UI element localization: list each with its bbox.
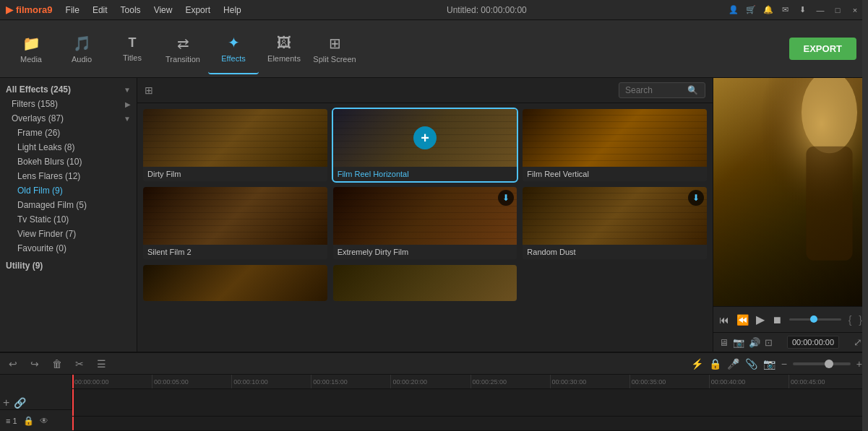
fullscreen-icon[interactable]: ⤢: [854, 336, 862, 348]
tool-media[interactable]: 📁 Media: [6, 24, 56, 74]
sidebar-item-old-film[interactable]: Old Film (9): [0, 183, 137, 198]
cut-button[interactable]: ✂: [72, 357, 87, 371]
menu-edit[interactable]: Edit: [87, 4, 113, 17]
timeline-ruler[interactable]: 00:00:00:00 00:00:05:00 00:00:10:00 00:0…: [72, 375, 868, 389]
progress-handle[interactable]: [810, 315, 817, 323]
cart-icon[interactable]: 🛒: [744, 3, 758, 17]
snapshot-icon[interactable]: 📷: [763, 358, 775, 370]
lock-icon[interactable]: 🔒: [709, 358, 721, 370]
sidebar-item-damaged-film[interactable]: Damaged Film (5): [0, 198, 137, 212]
tool-audio[interactable]: 🎵 Audio: [56, 24, 107, 74]
tool-audio-label: Audio: [72, 55, 92, 64]
effect-film-reel-vertical[interactable]: Film Reel Vertical: [523, 109, 707, 181]
effect-film-reel-horizontal[interactable]: + Film Reel Horizontal: [333, 109, 517, 181]
notification-icon[interactable]: 🔔: [761, 3, 775, 17]
link-tracks-button[interactable]: 🔗: [14, 397, 26, 409]
tool-transition[interactable]: ⇄ Transition: [158, 24, 208, 74]
skip-back-button[interactable]: ⏮: [716, 313, 732, 327]
window-controls[interactable]: 👤 🛒 🔔 ✉ ⬇ — □ ×: [726, 3, 862, 17]
zoom-in-icon[interactable]: +: [856, 358, 862, 370]
redo-button[interactable]: ↪: [27, 357, 42, 371]
titlebar-left: ▶ filmora9 File Edit Tools View Export H…: [6, 4, 247, 17]
play-button[interactable]: ▶: [753, 311, 768, 328]
tool-effects[interactable]: ✦ Effects: [208, 24, 259, 74]
track-lane-2[interactable]: [72, 417, 868, 431]
camera-icon[interactable]: 📷: [733, 337, 744, 348]
properties-button[interactable]: ☰: [94, 357, 109, 371]
effect-thumb: [523, 109, 707, 167]
zoom-slider[interactable]: [793, 362, 851, 365]
sidebar-item-favourite[interactable]: Favourite (0): [0, 241, 137, 256]
sidebar-item-view-finder[interactable]: View Finder (7): [0, 227, 137, 241]
sidebar-item-frame[interactable]: Frame (26): [0, 126, 137, 140]
menu-file[interactable]: File: [60, 4, 85, 17]
clip-icon[interactable]: 📎: [745, 358, 757, 370]
fit-icon[interactable]: ⊡: [765, 337, 773, 348]
timeline-scrollbar[interactable]: [862, 0, 868, 431]
tool-splitscreen[interactable]: ⊞ Split Screen: [309, 24, 360, 74]
ruler-mark: 00:00:00:00: [72, 375, 109, 388]
preview-controls: ⏮ ⏪ ▶ ⏹ { }: [713, 306, 868, 332]
add-track-button[interactable]: +: [3, 396, 9, 409]
track-lock-icon[interactable]: 🔒: [23, 416, 34, 426]
media-icon: 📁: [22, 35, 40, 52]
menu-help[interactable]: Help: [218, 4, 247, 17]
delete-button[interactable]: 🗑: [49, 357, 65, 371]
effect-extra1[interactable]: [143, 265, 327, 301]
sidebar-item-light-leaks[interactable]: Light Leaks (8): [0, 140, 137, 154]
timeline-content: + 🔗 00:00:00:00 00:00:05:00 00:00:10:00 …: [0, 375, 868, 431]
sidebar-item-tv-static[interactable]: Tv Static (10): [0, 212, 137, 227]
download-badge: ⬇: [688, 190, 704, 206]
search-input[interactable]: [625, 85, 683, 95]
effect-extremely-dirty-film[interactable]: ⬇ Extremely Dirty Film: [333, 187, 517, 259]
effect-extra2[interactable]: [333, 265, 517, 301]
sidebar-item-utility[interactable]: Utility (9): [0, 258, 137, 273]
effect-thumb: [143, 109, 327, 167]
effect-random-dust[interactable]: ⬇ Random Dust: [523, 187, 707, 259]
step-back-button[interactable]: ⏪: [734, 313, 752, 327]
film-overlay: [143, 109, 327, 167]
tool-elements[interactable]: 🖼 Elements: [259, 24, 309, 74]
svg-rect-2: [806, 147, 852, 261]
speed-icon[interactable]: ⚡: [691, 358, 703, 370]
monitor-icon[interactable]: 🖥: [719, 337, 729, 348]
sidebar-item-bokeh-blurs[interactable]: Bokeh Blurs (10): [0, 154, 137, 169]
tool-titles[interactable]: T Titles: [107, 24, 158, 74]
menu-tools[interactable]: Tools: [115, 4, 147, 17]
menu-view[interactable]: View: [148, 4, 179, 17]
download-icon[interactable]: ⬇: [796, 3, 810, 17]
playhead[interactable]: [72, 375, 74, 388]
effect-thumb: [143, 187, 327, 245]
track-info-bar: ≡ 1 🔒 👁: [0, 409, 72, 431]
timeline-right-controls: ⚡ 🔒 🎤 📎 📷 − +: [691, 358, 862, 370]
volume-icon[interactable]: 🔊: [749, 337, 760, 348]
playback-progress[interactable]: [789, 318, 841, 321]
search-box[interactable]: 🔍: [619, 82, 705, 98]
chevron-down-icon: ▼: [124, 86, 131, 94]
film-overlay: [333, 187, 517, 245]
mic-icon[interactable]: 🎤: [727, 358, 739, 370]
track-lane-1[interactable]: [72, 389, 868, 417]
effect-dirty-film[interactable]: Dirty Film: [143, 109, 327, 181]
menu-bar[interactable]: File Edit Tools View Export Help: [60, 4, 247, 17]
stop-button[interactable]: ⏹: [769, 313, 785, 327]
grid-view-icon[interactable]: ⊞: [145, 84, 153, 96]
zoom-out-icon[interactable]: −: [781, 358, 787, 370]
film-overlay: [523, 109, 707, 167]
menu-export[interactable]: Export: [179, 4, 216, 17]
effect-silent-film-2[interactable]: Silent Film 2: [143, 187, 327, 259]
maximize-button[interactable]: □: [830, 3, 845, 17]
sidebar-item-filters[interactable]: Filters (158) ▶: [0, 97, 137, 111]
user-icon[interactable]: 👤: [726, 3, 741, 17]
close-button[interactable]: ×: [848, 3, 862, 17]
preview-left-icons[interactable]: 🖥 📷 🔊 ⊡: [719, 337, 773, 348]
sidebar-item-overlays[interactable]: Overlays (87) ▼: [0, 111, 137, 126]
message-icon[interactable]: ✉: [778, 3, 793, 17]
track-visibility-icon[interactable]: 👁: [40, 416, 48, 426]
sidebar-item-lens-flares[interactable]: Lens Flares (12): [0, 169, 137, 183]
sidebar: All Effects (245) ▼ Filters (158) ▶ Over…: [0, 78, 137, 352]
minimize-button[interactable]: —: [813, 3, 828, 17]
export-button[interactable]: EXPORT: [789, 38, 856, 60]
undo-button[interactable]: ↩: [6, 357, 20, 371]
sidebar-item-all-effects[interactable]: All Effects (245) ▼: [0, 82, 137, 97]
